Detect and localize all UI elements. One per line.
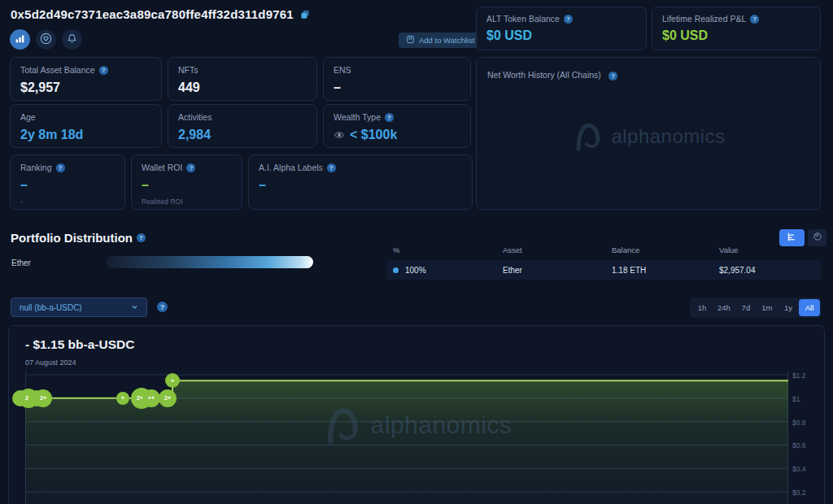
alerts-button[interactable] [62, 29, 82, 50]
add-to-watchlist-label: Add to Watchlist [419, 36, 474, 45]
alphanomics-logo-icon [571, 120, 604, 153]
portfolio-distribution-title: Portfolio Distribution ? [11, 231, 146, 245]
wallet-roi-card: Wallet ROI? – Realised ROI [131, 154, 242, 210]
range-button[interactable]: 7d [735, 299, 757, 316]
add-to-watchlist-button[interactable]: Add to Watchlist [399, 33, 482, 48]
stats-grid: Total Asset Balance? $2,957 NFTs 449 ENS… [10, 57, 471, 148]
stat-value: – [20, 178, 115, 193]
pool-selector-value: null (bb-a-USDC) [20, 303, 82, 312]
stats-grid-row3: Ranking? – - Wallet ROI? – Realised ROI … [10, 154, 473, 210]
analytics-logo-button[interactable] [10, 29, 30, 50]
distribution-bar-label: Ether [11, 259, 31, 267]
stat-value: 449 [178, 80, 307, 95]
ens-card: ENS – [323, 57, 471, 101]
help-icon[interactable]: ? [564, 15, 573, 24]
stat-label: Wallet ROI [142, 163, 182, 172]
y-axis-tick: $1 [792, 395, 800, 403]
wallet-dashboard: 0x5d2d49c7371eac3a89ca780ffe4ff32d311d97… [0, 0, 833, 504]
net-worth-history-title: Net Worth History (All Chains) [487, 70, 601, 80]
stat-label: NFTs [178, 65, 198, 75]
range-button[interactable]: All [799, 299, 820, 316]
heart-circle-icon [39, 32, 53, 48]
stat-label: A.I. Alpha Labels [259, 163, 323, 172]
activities-card: Activities 2,984 [168, 104, 317, 148]
lifetime-pnl-value: $0 USD [662, 28, 810, 43]
price-chart-title: - $1.15 bb-a-USDC [25, 337, 134, 352]
col-percent: % [393, 245, 503, 254]
help-icon[interactable]: ? [137, 233, 146, 242]
distribution-view-toggles [779, 229, 826, 246]
lifetime-pnl-label: Lifetime Realized P&L [662, 14, 746, 24]
help-icon[interactable]: ? [327, 163, 336, 172]
net-worth-history-card: Net Worth History (All Chains) ? alphano… [476, 57, 821, 210]
help-icon[interactable]: ? [56, 163, 65, 172]
favorite-button[interactable] [36, 29, 56, 50]
cell-balance: 1.18 ETH [612, 266, 719, 275]
alt-token-balance-label: ALT Token Balance [486, 14, 560, 24]
stat-value: – [259, 178, 462, 193]
table-row[interactable]: 100% Ether 1.18 ETH $2,957.04 [386, 260, 822, 280]
alt-token-balance-card: ALT Token Balance ? $0 USD [476, 7, 647, 50]
cell-asset: Ether [503, 266, 612, 275]
col-asset: Asset [503, 245, 612, 254]
y-axis-tick: $0.2 [792, 489, 806, 497]
help-icon[interactable]: ? [608, 72, 617, 80]
stat-label: Ranking [20, 163, 52, 172]
stat-label: ENS [334, 65, 351, 75]
stat-value: – [334, 80, 460, 95]
header-icon-row [10, 29, 82, 50]
event-marker[interactable]: + [165, 373, 180, 388]
stat-value: 2y 8m 18d [20, 128, 151, 142]
y-axis-tick: $0.8 [792, 419, 806, 427]
help-icon[interactable]: ? [186, 163, 195, 172]
bookmark-icon [406, 35, 415, 46]
stat-value: 2,984 [178, 128, 307, 142]
stat-subtext: Realised ROI [142, 198, 232, 206]
stat-label: Total Asset Balance [20, 65, 95, 75]
pool-selector-dropdown[interactable]: null (bb-a-USDC) [11, 298, 147, 317]
watermark-text: alphanomics [611, 125, 725, 148]
cell-percent: 100% [405, 266, 426, 275]
age-card: Age 2y 8m 18d [10, 104, 162, 148]
price-chart-date: 07 August 2024 [25, 358, 76, 367]
ranking-card: Ranking? – - [10, 154, 125, 210]
price-chart-plot[interactable]: $1.2$1$0.8$0.6$0.4$0.2+2++2++2++++2++ [25, 371, 788, 504]
stat-value: – [142, 178, 232, 193]
horizontal-bar-chart-icon [787, 232, 797, 245]
cell-value: $2,957.04 [719, 266, 822, 275]
pie-chart-icon [813, 232, 822, 244]
price-chart-card: - $1.15 bb-a-USDC 07 August 2024 $1.2$1$… [8, 325, 825, 504]
y-axis-tick: $0.4 [792, 465, 806, 473]
total-asset-balance-card: Total Asset Balance? $2,957 [10, 57, 162, 101]
alt-token-balance-value: $0 USD [486, 28, 636, 43]
y-axis-tick: $1.2 [792, 371, 806, 380]
range-button[interactable]: 24h [713, 299, 735, 316]
pie-view-toggle[interactable] [808, 229, 826, 246]
stat-value: $2,957 [20, 80, 151, 95]
help-icon[interactable]: ? [99, 66, 108, 75]
event-marker[interactable]: 2+ [159, 389, 177, 407]
distribution-bar[interactable] [106, 256, 313, 268]
event-marker[interactable]: 2+ [34, 389, 52, 407]
range-button[interactable]: 1h [691, 299, 713, 316]
help-icon[interactable]: ? [157, 302, 168, 312]
legend-dot [393, 267, 399, 273]
stat-label: Age [20, 112, 36, 122]
bell-icon [66, 33, 78, 47]
copy-address-icon[interactable] [299, 9, 311, 20]
watermark: alphanomics [571, 120, 725, 153]
eye-icon [334, 129, 345, 141]
event-marker[interactable]: ++ [142, 389, 160, 407]
bar-view-toggle[interactable] [779, 229, 805, 246]
event-marker[interactable]: + [116, 392, 129, 405]
col-value: Value [719, 245, 822, 254]
time-range-group: 1h 24h 7d 1m 1y All [690, 298, 822, 318]
range-button[interactable]: 1y [778, 299, 799, 316]
stat-value: < $100k [350, 128, 397, 142]
chevron-down-icon [131, 303, 138, 312]
help-icon[interactable]: ? [385, 113, 394, 122]
stat-label: Wealth Type [334, 112, 381, 122]
range-button[interactable]: 1m [757, 299, 778, 316]
y-axis-tick: $0.6 [792, 441, 806, 450]
help-icon[interactable]: ? [750, 15, 759, 24]
